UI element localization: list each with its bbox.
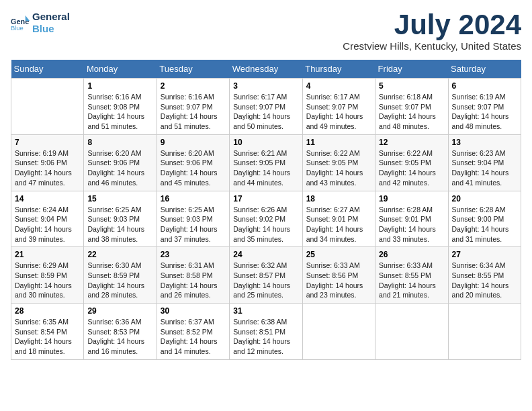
day-number: 14 (15, 194, 80, 203)
calendar-cell: 20Sunrise: 6:28 AMSunset: 9:00 PMDayligh… (448, 191, 521, 247)
header-wednesday: Wednesday (230, 60, 302, 79)
day-number: 11 (306, 138, 371, 147)
cell-info: Sunrise: 6:27 AMSunset: 9:01 PMDaylight:… (306, 205, 371, 244)
cell-info: Sunrise: 6:17 AMSunset: 9:07 PMDaylight:… (233, 92, 298, 132)
calendar-cell: 8Sunrise: 6:20 AMSunset: 9:06 PMDaylight… (84, 134, 157, 191)
cell-info: Sunrise: 6:23 AMSunset: 9:04 PMDaylight:… (452, 148, 517, 188)
calendar-cell: 9Sunrise: 6:20 AMSunset: 9:06 PMDaylight… (157, 134, 229, 191)
header-saturday: Saturday (448, 60, 521, 79)
calendar-cell (302, 304, 375, 360)
cell-info: Sunrise: 6:37 AMSunset: 8:52 PMDaylight:… (161, 317, 226, 357)
day-number: 18 (306, 194, 371, 203)
day-number: 13 (452, 138, 517, 147)
logo-icon: General Blue (11, 13, 30, 32)
header-thursday: Thursday (302, 60, 375, 79)
calendar-cell: 10Sunrise: 6:21 AMSunset: 9:05 PMDayligh… (230, 134, 302, 191)
calendar-header-row: SundayMondayTuesdayWednesdayThursdayFrid… (11, 60, 521, 79)
calendar-cell: 29Sunrise: 6:36 AMSunset: 8:53 PMDayligh… (84, 304, 157, 360)
calendar-cell: 27Sunrise: 6:34 AMSunset: 8:55 PMDayligh… (448, 247, 521, 304)
cell-info: Sunrise: 6:25 AMSunset: 9:03 PMDaylight:… (87, 205, 152, 244)
logo-text-line2: Blue (32, 23, 70, 35)
calendar-cell: 4Sunrise: 6:17 AMSunset: 9:07 PMDaylight… (302, 79, 375, 135)
day-number: 25 (306, 250, 371, 259)
cell-info: Sunrise: 6:21 AMSunset: 9:05 PMDaylight:… (233, 148, 298, 188)
day-number: 28 (15, 306, 80, 316)
day-number: 30 (161, 306, 226, 316)
calendar-cell: 15Sunrise: 6:25 AMSunset: 9:03 PMDayligh… (84, 191, 157, 247)
calendar-cell: 5Sunrise: 6:18 AMSunset: 9:07 PMDaylight… (375, 79, 448, 135)
day-number: 27 (452, 250, 517, 259)
cell-info: Sunrise: 6:22 AMSunset: 9:05 PMDaylight:… (306, 148, 371, 188)
cell-info: Sunrise: 6:16 AMSunset: 9:08 PMDaylight:… (87, 92, 152, 132)
cell-info: Sunrise: 6:25 AMSunset: 9:03 PMDaylight:… (161, 205, 226, 244)
cell-info: Sunrise: 6:20 AMSunset: 9:06 PMDaylight:… (161, 148, 226, 188)
logo-text-line1: General (32, 11, 70, 23)
day-number: 8 (87, 138, 152, 147)
calendar-cell: 11Sunrise: 6:22 AMSunset: 9:05 PMDayligh… (302, 134, 375, 191)
calendar-cell: 25Sunrise: 6:33 AMSunset: 8:56 PMDayligh… (302, 247, 375, 304)
cell-info: Sunrise: 6:16 AMSunset: 9:07 PMDaylight:… (161, 92, 226, 132)
calendar-cell: 31Sunrise: 6:38 AMSunset: 8:51 PMDayligh… (230, 304, 302, 360)
cell-info: Sunrise: 6:33 AMSunset: 8:55 PMDaylight:… (379, 261, 444, 300)
cell-info: Sunrise: 6:30 AMSunset: 8:59 PMDaylight:… (87, 261, 152, 300)
cell-info: Sunrise: 6:22 AMSunset: 9:05 PMDaylight:… (379, 148, 444, 188)
calendar-cell: 26Sunrise: 6:33 AMSunset: 8:55 PMDayligh… (375, 247, 448, 304)
day-number: 31 (233, 306, 298, 316)
cell-info: Sunrise: 6:35 AMSunset: 8:54 PMDaylight:… (15, 317, 80, 357)
calendar-cell: 6Sunrise: 6:19 AMSunset: 9:07 PMDaylight… (448, 79, 521, 135)
calendar-cell: 7Sunrise: 6:19 AMSunset: 9:06 PMDaylight… (11, 134, 84, 191)
calendar-cell: 18Sunrise: 6:27 AMSunset: 9:01 PMDayligh… (302, 191, 375, 247)
day-number: 9 (161, 138, 226, 147)
cell-info: Sunrise: 6:36 AMSunset: 8:53 PMDaylight:… (87, 317, 152, 357)
calendar-week-1: 1Sunrise: 6:16 AMSunset: 9:08 PMDaylight… (11, 79, 521, 135)
calendar-cell: 22Sunrise: 6:30 AMSunset: 8:59 PMDayligh… (84, 247, 157, 304)
day-number: 3 (233, 81, 298, 91)
cell-info: Sunrise: 6:24 AMSunset: 9:04 PMDaylight:… (15, 205, 80, 244)
day-number: 26 (379, 250, 444, 259)
calendar-cell: 16Sunrise: 6:25 AMSunset: 9:03 PMDayligh… (157, 191, 229, 247)
calendar-week-5: 28Sunrise: 6:35 AMSunset: 8:54 PMDayligh… (11, 304, 521, 360)
day-number: 24 (233, 250, 298, 259)
day-number: 17 (233, 194, 298, 203)
calendar-cell: 3Sunrise: 6:17 AMSunset: 9:07 PMDaylight… (230, 79, 302, 135)
cell-info: Sunrise: 6:20 AMSunset: 9:06 PMDaylight:… (87, 148, 152, 188)
day-number: 21 (15, 250, 80, 259)
calendar-week-4: 21Sunrise: 6:29 AMSunset: 8:59 PMDayligh… (11, 247, 521, 304)
day-number: 7 (15, 138, 80, 147)
day-number: 22 (87, 250, 152, 259)
day-number: 5 (379, 81, 444, 91)
calendar-subtitle: Crestview Hills, Kentucky, United States (343, 40, 521, 52)
header-friday: Friday (375, 60, 448, 79)
day-number: 6 (452, 81, 517, 91)
day-number: 4 (306, 81, 371, 91)
calendar-cell: 17Sunrise: 6:26 AMSunset: 9:02 PMDayligh… (230, 191, 302, 247)
day-number: 12 (379, 138, 444, 147)
cell-info: Sunrise: 6:19 AMSunset: 9:06 PMDaylight:… (15, 148, 80, 188)
day-number: 20 (452, 194, 517, 203)
calendar-cell: 12Sunrise: 6:22 AMSunset: 9:05 PMDayligh… (375, 134, 448, 191)
calendar-cell (375, 304, 448, 360)
calendar-cell: 2Sunrise: 6:16 AMSunset: 9:07 PMDaylight… (157, 79, 229, 135)
header-sunday: Sunday (11, 60, 84, 79)
calendar-cell: 30Sunrise: 6:37 AMSunset: 8:52 PMDayligh… (157, 304, 229, 360)
day-number: 10 (233, 138, 298, 147)
day-number: 19 (379, 194, 444, 203)
cell-info: Sunrise: 6:38 AMSunset: 8:51 PMDaylight:… (233, 317, 298, 357)
calendar-cell (448, 304, 521, 360)
cell-info: Sunrise: 6:26 AMSunset: 9:02 PMDaylight:… (233, 205, 298, 244)
calendar-cell: 13Sunrise: 6:23 AMSunset: 9:04 PMDayligh… (448, 134, 521, 191)
calendar-cell: 1Sunrise: 6:16 AMSunset: 9:08 PMDaylight… (84, 79, 157, 135)
cell-info: Sunrise: 6:19 AMSunset: 9:07 PMDaylight:… (452, 92, 517, 132)
header-tuesday: Tuesday (157, 60, 229, 79)
calendar-cell: 23Sunrise: 6:31 AMSunset: 8:58 PMDayligh… (157, 247, 229, 304)
calendar-title: July 2024 (343, 11, 521, 39)
day-number: 23 (161, 250, 226, 259)
calendar-cell (11, 79, 84, 135)
calendar-cell: 28Sunrise: 6:35 AMSunset: 8:54 PMDayligh… (11, 304, 84, 360)
calendar-cell: 19Sunrise: 6:28 AMSunset: 9:01 PMDayligh… (375, 191, 448, 247)
cell-info: Sunrise: 6:31 AMSunset: 8:58 PMDaylight:… (161, 261, 226, 300)
day-number: 2 (161, 81, 226, 91)
svg-text:Blue: Blue (11, 25, 24, 32)
header-monday: Monday (84, 60, 157, 79)
cell-info: Sunrise: 6:28 AMSunset: 9:00 PMDaylight:… (452, 205, 517, 244)
